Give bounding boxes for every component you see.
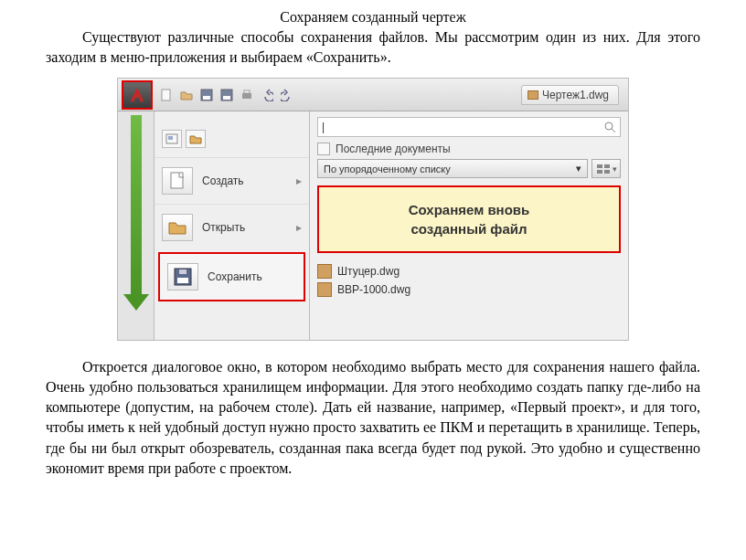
app-menu-button[interactable] <box>122 80 153 110</box>
save-icon[interactable] <box>198 87 215 103</box>
svg-line-14 <box>612 129 615 132</box>
floppy-save-icon <box>167 263 198 291</box>
svg-rect-8 <box>168 136 173 140</box>
new-file-icon <box>162 167 193 195</box>
menu-item-open[interactable]: Открыть ▸ <box>155 204 309 250</box>
outro-paragraph: Откроется диалоговое окно, в котором нео… <box>46 357 700 478</box>
right-panel: | Последние документы По упорядоченному … <box>310 111 628 340</box>
recent-header-label: Последние документы <box>336 143 451 155</box>
menu-item-label: Создать <box>202 174 244 187</box>
svg-rect-11 <box>177 278 188 283</box>
intro-paragraph: Существуют различные способы сохранения … <box>46 27 700 67</box>
callout-line-1: Сохраняем вновь <box>325 200 613 219</box>
callout-annotation: Сохраняем вновь созданный файл <box>317 185 621 253</box>
svg-rect-15 <box>597 164 602 168</box>
new-icon[interactable] <box>158 87 175 103</box>
svg-rect-9 <box>171 173 183 188</box>
file-name: Штуцер.dwg <box>337 265 400 278</box>
chevron-down-icon: ▾ <box>613 164 617 174</box>
search-icon <box>603 121 616 133</box>
chevron-down-icon: ▾ <box>576 163 581 174</box>
open-icon[interactable] <box>178 87 195 103</box>
sort-label: По упорядоченному списку <box>324 164 451 174</box>
recent-file-item[interactable]: BBP-1000.dwg <box>317 280 621 299</box>
svg-rect-18 <box>604 170 610 174</box>
app-menu: Создать ▸ Открыть ▸ Сохранить | <box>118 111 628 340</box>
dwg-file-icon <box>317 282 332 297</box>
file-name: BBP-1000.dwg <box>337 283 410 296</box>
menu-item-create[interactable]: Создать ▸ <box>155 157 309 204</box>
view-mode-button[interactable]: ▾ <box>591 159 621 178</box>
chevron-right-icon: ▸ <box>296 221 302 234</box>
sort-dropdown[interactable]: По упорядоченному списку ▾ <box>317 159 588 178</box>
menu-item-label: Открыть <box>202 221 245 234</box>
menu-item-save[interactable]: Сохранить <box>158 252 305 301</box>
page-title: Сохраняем созданный чертеж <box>46 9 700 26</box>
svg-rect-0 <box>162 90 170 100</box>
qat-icons <box>158 87 295 103</box>
search-input[interactable]: | <box>317 117 621 137</box>
svg-rect-12 <box>179 269 186 274</box>
svg-rect-2 <box>203 96 210 100</box>
svg-point-13 <box>605 122 613 130</box>
print-icon[interactable] <box>239 87 255 103</box>
autocad-logo-icon <box>127 85 147 105</box>
callout-line-2: созданный файл <box>325 219 613 238</box>
document-tab[interactable]: Чертеж1.dwg <box>521 85 619 105</box>
recent-file-item[interactable]: Штуцер.dwg <box>317 262 621 280</box>
svg-rect-17 <box>597 170 602 174</box>
save-as-icon[interactable] <box>218 87 235 103</box>
autocad-screenshot: Чертеж1.dwg Создать ▸ <box>117 78 629 341</box>
pin-icon <box>317 143 330 155</box>
left-rail <box>118 111 155 340</box>
svg-rect-5 <box>242 93 251 99</box>
open-folder-icon <box>162 214 193 241</box>
svg-rect-16 <box>604 164 610 168</box>
redo-icon[interactable] <box>279 87 295 103</box>
quick-access-toolbar: Чертеж1.dwg <box>118 79 628 111</box>
chevron-right-icon: ▸ <box>296 174 302 187</box>
svg-rect-6 <box>244 90 250 93</box>
dwg-file-icon <box>317 264 332 279</box>
recent-docs-header: Последние документы <box>317 143 621 155</box>
menu-column: Создать ▸ Открыть ▸ Сохранить <box>155 111 310 340</box>
recent-view-icon[interactable] <box>162 130 182 148</box>
menu-item-label: Сохранить <box>208 270 262 283</box>
undo-icon[interactable] <box>259 87 275 103</box>
open-docs-icon[interactable] <box>186 130 206 148</box>
svg-rect-4 <box>223 96 230 100</box>
green-arrow-annotation <box>131 115 142 298</box>
